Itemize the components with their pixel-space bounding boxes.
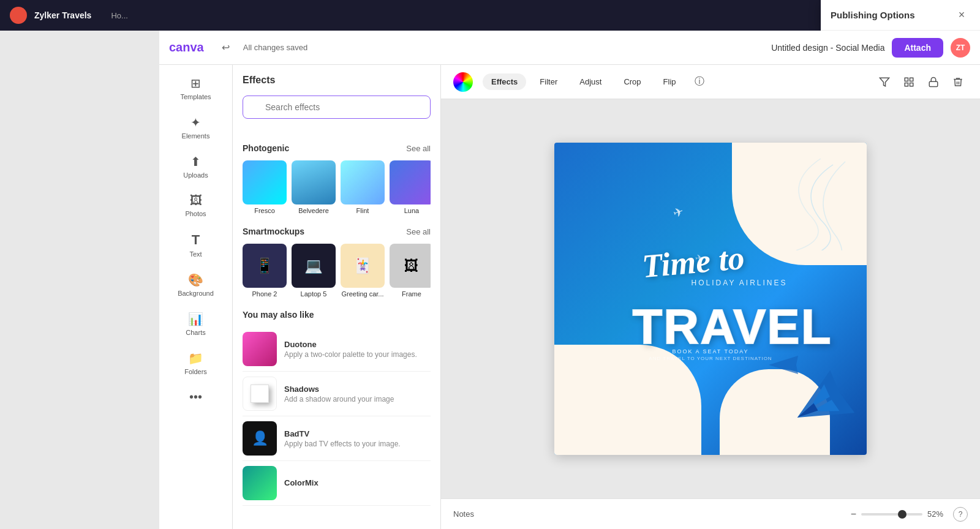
fresco-label: Fresco [254,207,275,214]
also-like-colormix[interactable]: ColorMix [243,461,431,506]
photogenic-title: Photogenic [243,143,289,153]
adjust-tab[interactable]: Adjust [571,73,610,90]
trash-icon[interactable] [948,72,968,92]
effect-flint[interactable]: Flint [341,160,385,214]
travel-text-container: TRAVEL [633,299,832,355]
effects-panel-title: Effects [243,75,431,86]
info-button[interactable]: ⓘ [690,72,709,92]
toolbar-action-icons [875,72,968,92]
phone2-thumb: 📱 [243,244,287,288]
text-icon: T [192,232,200,248]
publishing-modal-close[interactable]: × [953,7,970,24]
sidebar-label-photos: Photos [185,210,206,217]
grid-icon[interactable] [899,72,919,92]
sidebar-label-folders: Folders [184,368,207,375]
luna-thumb [390,160,431,204]
bottom-bar: Notes − 52% ? [441,498,980,529]
photogenic-grid: Fresco Belvedere Flint Luna › [243,160,431,214]
help-icon[interactable]: ? [953,507,968,522]
user-avatar[interactable]: ZT [951,38,970,58]
zoom-slider: − 52% [851,509,943,520]
elements-icon: ✦ [190,115,201,130]
shadows-desc: Add a shadow around your image [284,395,431,403]
undo-button[interactable]: ↩ [216,38,236,58]
svg-rect-0 [905,78,908,81]
phone2-label: Phone 2 [252,290,277,298]
filter-tab[interactable]: Filter [531,73,566,90]
mockup-greeting[interactable]: 🃏 Greeting car... [341,244,385,298]
sidebar-item-more[interactable]: ••• [159,384,232,410]
more-icon: ••• [189,390,202,404]
design-canvas[interactable]: HOLIDAY AIRLINES ✈ ✈ Time to TRAVEL BOOK… [554,143,867,455]
color-wheel[interactable] [453,72,473,92]
bg-app-nav: Ho... [111,11,127,20]
publishing-modal: Publishing Options × [821,0,980,31]
zoom-percentage: 52% [927,509,943,519]
luna-label: Luna [404,207,419,214]
shadows-inner [251,385,269,403]
mockup-frame[interactable]: 🖼 Frame [390,244,431,298]
photogenic-see-all[interactable]: See all [406,144,431,153]
colormix-name: ColorMix [284,478,431,487]
effects-search-input[interactable] [243,96,431,119]
sidebar-item-uploads[interactable]: ⬆ Uploads [159,148,232,185]
attach-button[interactable]: Attach [892,38,943,58]
laptop5-label: Laptop 5 [301,290,327,298]
sidebar-item-charts[interactable]: 📊 Charts [159,306,232,342]
bg-app-title: Zylker Travels [34,10,91,20]
also-like-shadows[interactable]: Shadows Add a shadow around your image [243,372,431,416]
smartmockups-see-all[interactable]: See all [406,227,431,236]
effect-luna[interactable]: Luna [390,160,431,214]
shadows-thumb [243,377,277,411]
lock-icon[interactable] [924,72,943,92]
notes-label[interactable]: Notes [453,509,474,519]
canvas-area: HOLIDAY AIRLINES ✈ ✈ Time to TRAVEL BOOK… [441,99,980,498]
templates-icon: ⊞ [190,76,201,91]
flip-tab[interactable]: Flip [655,73,685,90]
also-like-badtv[interactable]: 👤 BadTV Apply bad TV effects to your ima… [243,416,431,461]
mockup-laptop5[interactable]: 💻 Laptop 5 [292,244,336,298]
badtv-info: BadTV Apply bad TV effects to your image… [284,429,431,448]
and-travel-text: AND TRAVEL TO YOUR NEXT DESTINATION [649,356,772,361]
search-wrapper: 🔍 [243,96,431,131]
sidebar-item-elements[interactable]: ✦ Elements [159,109,232,146]
sidebar-item-photos[interactable]: 🖼 Photos [159,187,232,223]
crop-tab[interactable]: Crop [615,73,649,90]
effects-panel: Effects 🔍 Photogenic See all Fresco Belv… [233,65,441,529]
sidebar-item-background[interactable]: 🎨 Background [159,266,232,303]
photos-icon: 🖼 [190,193,202,208]
belvedere-label: Belvedere [298,207,329,214]
canva-logo: canva [169,40,204,54]
frame-label: Frame [402,290,421,298]
zoom-thumb[interactable] [898,510,907,519]
uploads-icon: ⬆ [190,154,201,169]
effect-belvedere[interactable]: Belvedere [292,160,336,214]
sidebar-label-background: Background [178,290,214,297]
zoom-track[interactable] [861,513,922,516]
svg-rect-2 [905,83,908,86]
decorative-lines [784,159,858,250]
greeting-label: Greeting car... [341,290,383,298]
design-title: Untitled design - Social Media [771,43,884,53]
zoom-minus[interactable]: − [851,509,856,520]
greeting-thumb: 🃏 [341,244,385,288]
effects-tab[interactable]: Effects [483,73,526,90]
filter-icon[interactable] [875,72,894,92]
travel-text: TRAVEL [633,299,832,355]
sidebar-item-text[interactable]: T Text [159,226,232,264]
sidebar-item-templates[interactable]: ⊞ Templates [159,70,232,107]
badtv-icon: 👤 [252,430,268,446]
small-airplane-svg [767,353,804,377]
canva-topbar: canva ↩ All changes saved Untitled desig… [159,31,980,65]
image-toolbar: Effects Filter Adjust Crop Flip ⓘ [441,65,980,99]
mockup-phone2[interactable]: 📱 Phone 2 [243,244,287,298]
sidebar-item-folders[interactable]: 📁 Folders [159,345,232,381]
sidebar-label-charts: Charts [186,329,205,336]
book-seat-container: BOOK A SEAT TODAY AND TRAVEL TO YOUR NEX… [649,348,772,361]
sidebar-label-templates: Templates [180,93,211,100]
shadows-name: Shadows [284,385,431,394]
effect-fresco[interactable]: Fresco [243,160,287,214]
also-like-duotone[interactable]: Duotone Apply a two-color palette to you… [243,327,431,372]
airplane-small1: ✈ [671,204,685,221]
canva-sidebar: ⊞ Templates ✦ Elements ⬆ Uploads 🖼 Photo… [159,65,233,529]
